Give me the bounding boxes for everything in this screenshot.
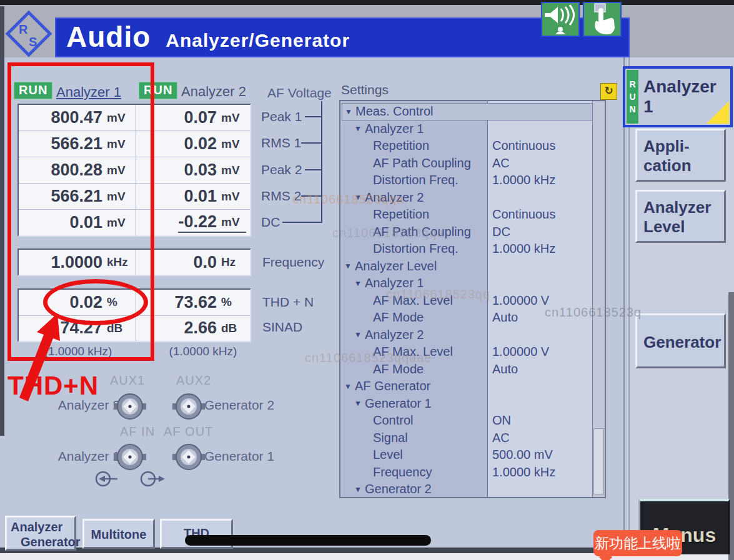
thdn-a1-unit: %	[107, 295, 132, 309]
softkey-application[interactable]: Appli- cation	[635, 129, 726, 182]
softkey-analyzer1[interactable]: RUN Analyzer 1	[623, 66, 733, 127]
rs-logo: R S	[4, 9, 54, 59]
expand-arrow-icon[interactable]: ▼	[354, 330, 365, 339]
settings-row-analyzer-level[interactable]: ▼Analyzer Level	[340, 258, 592, 275]
setting-label: AF Mode	[373, 310, 424, 325]
divider-line	[623, 57, 625, 548]
settings-row-signal[interactable]: SignalAC	[340, 430, 592, 447]
freq-a1-unit: kHz	[107, 255, 132, 269]
settings-row-generator2[interactable]: ▼Generator 2	[340, 481, 592, 498]
settings-row-frequency[interactable]: Frequency1.0000 kHz	[340, 464, 592, 481]
sinad-a2-unit: dB	[221, 322, 246, 335]
divider-line	[628, 57, 630, 548]
settings-row-meas-control[interactable]: ▼Meas. Control	[342, 103, 603, 120]
freq-a1-value: 1.0000	[51, 253, 102, 272]
ref-freq-analyzer2: (1.0000 kHz)	[150, 345, 256, 358]
settings-row-distortion-freq[interactable]: Distortion Freq.1.0000 kHz	[340, 172, 592, 189]
watermark: cn1106618523qq	[386, 287, 490, 302]
setting-label: Analyzer Level	[355, 259, 437, 273]
setting-label: Distortion Freq.	[373, 242, 459, 256]
bnc-connector-afout-icon	[172, 442, 205, 474]
setting-value: 1.0000 kHz	[492, 173, 555, 187]
setting-value: Continuous	[492, 139, 555, 153]
setting-value: AC	[492, 156, 510, 170]
settings-row-level[interactable]: Level500.00 mV	[340, 446, 592, 464]
speaker-monitor-button[interactable]	[541, 2, 580, 37]
peak2-a2-value: 0.03	[184, 160, 217, 180]
more-options-corner-icon	[707, 101, 729, 124]
label-frequency: Frequency	[262, 255, 324, 270]
dc-a1-value: 0.01	[69, 213, 102, 232]
settings-row-af-generator[interactable]: ▼AF Generator	[340, 378, 592, 395]
expand-arrow-icon[interactable]: ▼	[354, 485, 365, 494]
voltage-meter-table: 800.47mV 0.07mV 566.21mV 0.02mV 800.28mV…	[17, 104, 251, 237]
settings-row-control[interactable]: ControlON	[340, 412, 592, 430]
sinad-a1-value: 74.27	[60, 318, 102, 338]
watermark: cn1106618523q	[545, 305, 642, 320]
peak1-a2-unit: mV	[221, 111, 246, 125]
setting-value: Continuous	[492, 207, 555, 222]
settings-row-repetition[interactable]: RepetitionContinuous	[340, 137, 592, 155]
setting-label: Analyzer 2	[365, 328, 424, 342]
analyzer1-link[interactable]: Analyzer 1	[56, 84, 121, 101]
app-subtitle: Analyzer/Generator	[166, 30, 350, 51]
svg-text:S: S	[29, 35, 37, 49]
peak2-a1-value: 800.28	[51, 160, 102, 180]
refresh-button[interactable]: ↻	[600, 83, 617, 100]
setting-value: 1.00000 V	[492, 293, 549, 308]
watermark: cn1106618523qqa	[292, 192, 404, 207]
settings-scrollbar[interactable]	[592, 101, 605, 497]
expand-arrow-icon[interactable]: ▼	[344, 382, 355, 391]
instrument-screen: R S Audio Analyzer/Generator RUN Analyze…	[0, 0, 734, 560]
tab-multitone[interactable]: Multitone	[82, 519, 155, 549]
tab-analyzer-generator[interactable]: Analyzer Generator	[5, 516, 76, 551]
setting-value: Auto	[492, 362, 518, 376]
label-peak2: Peak 2	[261, 162, 302, 177]
expand-arrow-icon[interactable]: ▼	[354, 279, 365, 288]
peak1-a1-value: 800.47	[51, 108, 102, 127]
settings-row-distortion-freq[interactable]: Distortion Freq.1.0000 kHz	[340, 240, 592, 258]
expand-arrow-icon[interactable]: ▼	[354, 399, 365, 408]
setting-value: 1.0000 kHz	[492, 465, 555, 479]
dc-a2-value: -0.22	[178, 212, 217, 232]
app-brand: Audio	[66, 20, 151, 54]
softkey-generator[interactable]: Generator	[635, 313, 726, 368]
meter-row-peak1: 800.47mV 0.07mV	[19, 105, 250, 131]
setting-label: Control	[373, 413, 413, 428]
settings-row-repetition[interactable]: RepetitionContinuous	[340, 206, 592, 224]
settings-row-analyzer2[interactable]: ▼Analyzer 2	[340, 327, 592, 344]
redaction-marker	[185, 535, 431, 546]
expand-arrow-icon[interactable]: ▼	[344, 262, 355, 270]
af-out-label: AF OUT	[164, 425, 213, 439]
expand-arrow-icon[interactable]: ▼	[345, 107, 355, 116]
afin-analyzer1-label: Analyzer 1	[50, 449, 120, 464]
setting-label: Distortion Freq.	[373, 173, 459, 187]
setting-value: AC	[492, 431, 510, 445]
meter-row-frequency: 1.0000kHz 0.0Hz	[19, 250, 250, 275]
freq-a2-unit: Hz	[221, 255, 246, 269]
softkey-application-line1: Appli-	[643, 137, 724, 156]
settings-row-generator1[interactable]: ▼Generator 1	[340, 395, 592, 413]
setting-label: Level	[373, 448, 403, 462]
rms2-a1-unit: mV	[107, 190, 132, 204]
peak1-a2-value: 0.07	[184, 108, 217, 127]
softkey-analyzer-level[interactable]: Analyzer Level	[635, 190, 726, 243]
rms1-a2-unit: mV	[221, 137, 246, 151]
setting-label: Meas. Control	[355, 104, 434, 119]
run-status-analyzer2: RUN	[139, 82, 177, 99]
rms2-a1-value: 566.21	[51, 187, 102, 206]
setting-label: Generator 2	[365, 482, 432, 496]
settings-row-af-path-coupling[interactable]: AF Path CouplingAC	[340, 155, 592, 172]
setting-value: DC	[492, 225, 510, 239]
scrollbar-thumb[interactable]	[593, 428, 604, 494]
af-in-label: AF IN	[120, 425, 155, 439]
dc-a1-unit: mV	[107, 216, 132, 230]
settings-row-analyzer1[interactable]: ▼Analyzer 1	[340, 120, 592, 138]
af-voltage-group-label: AF Voltage	[267, 86, 332, 101]
expand-arrow-icon[interactable]: ▼	[354, 124, 365, 133]
touchscreen-button[interactable]	[583, 2, 622, 37]
aux2-generator2-label: Generator 2	[204, 398, 274, 413]
peak1-a1-unit: mV	[107, 111, 132, 125]
bracket-tick	[305, 116, 321, 117]
rms1-a1-unit: mV	[107, 137, 132, 151]
